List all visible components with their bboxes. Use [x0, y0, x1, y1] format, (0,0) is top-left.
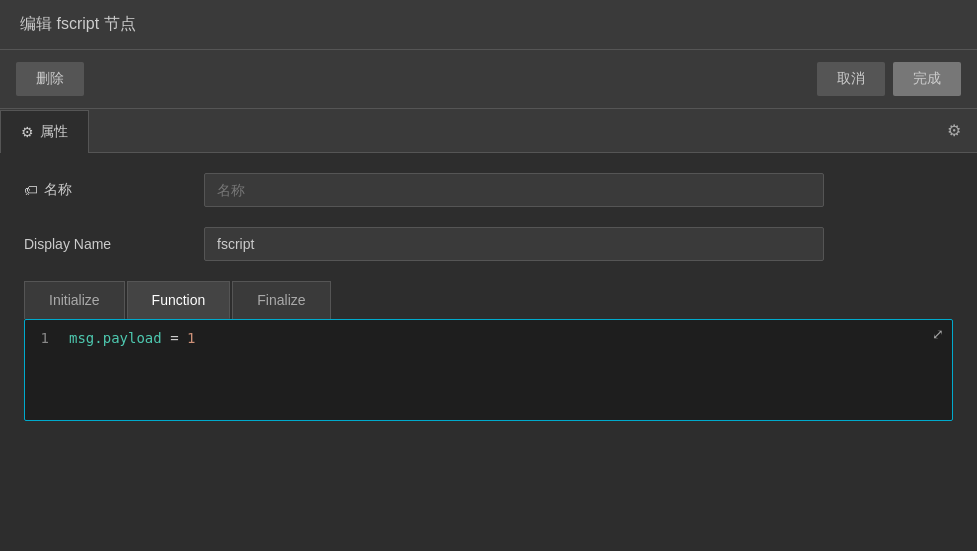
- delete-button[interactable]: 删除: [16, 62, 84, 96]
- sub-tab-function[interactable]: Function: [127, 281, 231, 319]
- sub-tab-initialize[interactable]: Initialize: [24, 281, 125, 319]
- code-op: =: [162, 330, 187, 346]
- tabs-left: ⚙ 属性: [0, 110, 89, 152]
- toolbar: 删除 取消 完成: [0, 50, 977, 109]
- name-label: 🏷 名称: [24, 181, 204, 199]
- code-editor[interactable]: 1 msg.payload = 1: [25, 320, 952, 420]
- code-num: 1: [187, 330, 195, 346]
- cancel-button[interactable]: 取消: [817, 62, 885, 96]
- line-numbers: 1: [25, 330, 61, 410]
- tag-icon: 🏷: [24, 182, 38, 198]
- title-text: 编辑 fscript 节点: [20, 15, 136, 32]
- settings-icon[interactable]: ⚙: [931, 109, 977, 152]
- tab-properties-label: 属性: [40, 123, 68, 141]
- display-name-row: Display Name: [24, 227, 953, 261]
- line-number-1: 1: [37, 330, 49, 346]
- display-name-input[interactable]: [204, 227, 824, 261]
- code-var: msg.payload: [69, 330, 162, 346]
- code-content: msg.payload = 1: [61, 330, 203, 410]
- title-bar: 编辑 fscript 节点: [0, 0, 977, 50]
- display-name-label-text: Display Name: [24, 236, 111, 252]
- content-area: 🏷 名称 Display Name Initialize Function Fi…: [0, 153, 977, 441]
- right-buttons: 取消 完成: [817, 62, 961, 96]
- main-tabs: ⚙ 属性 ⚙: [0, 109, 977, 153]
- name-row: 🏷 名称: [24, 173, 953, 207]
- sub-tab-finalize[interactable]: Finalize: [232, 281, 330, 319]
- sub-tabs: Initialize Function Finalize: [24, 281, 953, 319]
- code-line-1: msg.payload = 1: [69, 330, 195, 346]
- done-button[interactable]: 完成: [893, 62, 961, 96]
- display-name-label: Display Name: [24, 236, 204, 252]
- name-input[interactable]: [204, 173, 824, 207]
- code-editor-wrapper: ⤢ 1 msg.payload = 1: [24, 319, 953, 421]
- name-label-text: 名称: [44, 181, 72, 199]
- tab-properties[interactable]: ⚙ 属性: [0, 110, 89, 153]
- expand-icon[interactable]: ⤢: [932, 326, 944, 342]
- gear-icon: ⚙: [21, 124, 34, 140]
- sub-tabs-container: Initialize Function Finalize: [24, 281, 953, 319]
